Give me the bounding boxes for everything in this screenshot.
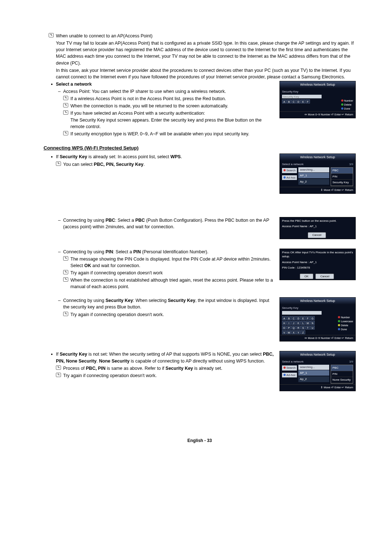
side-actions[interactable]: Search Ad-hoc [282, 168, 297, 186]
note-icon: ✎ [56, 373, 61, 377]
note-icon: ✎ [56, 365, 61, 370]
note-icon: ✎ [63, 103, 68, 107]
sk-dash: Connecting by using Security Key: When s… [44, 297, 356, 310]
intro-para-2: In this case, ask your Internet service … [44, 67, 356, 80]
select-network-bullet: Select a network [44, 81, 356, 87]
intro-para-1: Your TV may fail to locate an AP(Access … [44, 40, 356, 66]
note-select-pbc-pin-sk: ✎ You can select PBC, PIN, Security Key. [44, 161, 356, 168]
page-footer: English - 33 [44, 438, 356, 444]
sk-note-1: ✎Try again if connecting operation doesn… [44, 311, 356, 318]
wps-options[interactable]: PBC PIN Security Key [331, 167, 353, 186]
cancel-button[interactable]: Cancel [308, 232, 326, 238]
note-red-button: ✎If a wireless Access Point is not in th… [44, 95, 356, 102]
note-unable-connect: ✎ When unable to connect to an AP(Access… [44, 33, 356, 39]
note-icon: ✎ [63, 312, 68, 316]
if-seckey-not-set: If Security Key is not set: When the sec… [44, 351, 356, 364]
alpha-keyboard[interactable]: ABCDEFG HIJKLMN OPQRSTU VWXYZ [282, 315, 315, 334]
note-icon: ✎ [63, 270, 68, 274]
wps-heading: Connecting WPS (Wi-Fi Protected Setup) [44, 144, 356, 152]
ns-note-1: ✎ Process of PBC, PIN is same as above. … [44, 365, 356, 372]
note-icon: ✎ [63, 131, 68, 135]
note-icon: ✎ [49, 33, 54, 37]
panel-footer: ⇔ Move 0~9 Number ⏎ Enter ↩ Return [280, 335, 355, 341]
access-point-dash: Access Point: You can select the IP shar… [44, 88, 356, 95]
panel-footer: ⇕ Move ⏎ Enter ↩ Return [280, 384, 355, 391]
note-icon: ✎ [63, 256, 68, 261]
pin-note-1: ✎The message showing the PIN Code is dis… [44, 256, 356, 269]
note-icon: ✎ [63, 277, 68, 282]
note-security-auth: ✎If you have selected an Access Point wi… [44, 110, 356, 130]
ns-note-2: ✎ Try again if connecting operation does… [44, 372, 356, 379]
pin-dash: Connecting by using PIN: Select a PIN (P… [44, 249, 356, 255]
ap-list[interactable]: searching... AP_1 Ap_2 [298, 167, 329, 186]
note-auto-return: ✎When the connection is made, you will b… [44, 103, 356, 109]
note-icon: ✎ [56, 161, 61, 166]
pin-note-2: ✎Try again if connecting operation doesn… [44, 270, 356, 276]
if-seckey-set: If Security Key is already set: In acces… [44, 154, 356, 160]
note-wep: ✎If security encryption type is WEP, 0~9… [44, 131, 356, 137]
pin-note-3: ✎When the connection is not established … [44, 277, 356, 290]
page-content: ✎ When unable to connect to an AP(Access… [44, 33, 356, 394]
note-text: When unable to connect to an AP(Access P… [56, 33, 152, 38]
pbc-dash: Connecting by using PBC: Select a PBC (P… [44, 217, 356, 230]
note-icon: ✎ [63, 96, 68, 100]
note-icon: ✎ [63, 110, 68, 115]
panel-footer: ⇕ Move ⏎ Enter ↩ Return [280, 187, 355, 193]
